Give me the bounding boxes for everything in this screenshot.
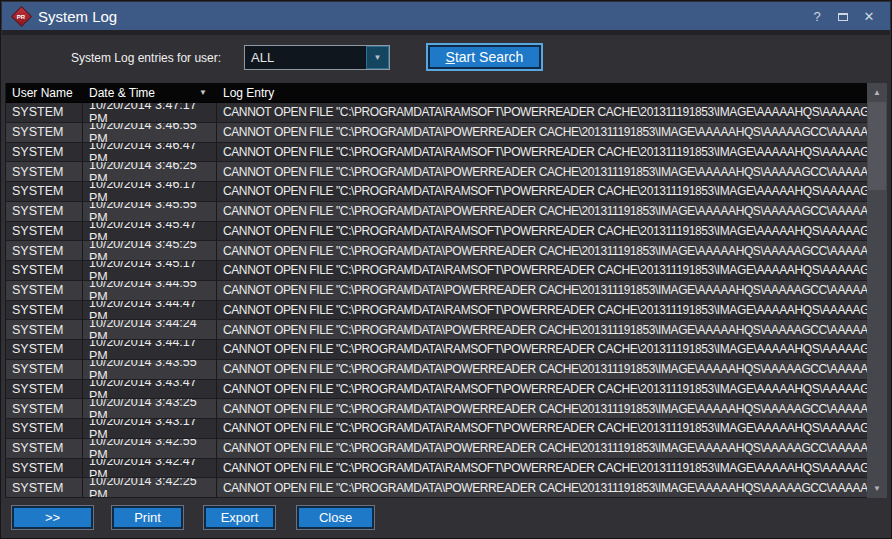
cell-datetime: 10/20/2014 3:45:47 PM [83,222,217,241]
scroll-up-button[interactable]: ▲ [867,83,887,102]
column-header-date-time-label: Date & Time [89,86,155,100]
cell-datetime: 10/20/2014 3:44:47 PM [83,301,217,320]
close-button[interactable]: ✕ [856,9,882,24]
cell-log-entry: CANNOT OPEN FILE "C:\PROGRAMDATA\RAMSOFT… [217,380,868,399]
chevron-down-icon: ▼ [374,53,382,62]
column-header-log-entry[interactable]: Log Entry [217,83,868,102]
table-row[interactable]: SYSTEM 10/20/2014 3:44:17 PM CANNOT OPEN… [6,340,868,360]
cell-log-entry: CANNOT OPEN FILE "C:\PROGRAMDATA\RAMSOFT… [217,459,868,478]
column-header-user-name-label: User Name [12,86,73,100]
log-table: User Name Date & Time ▼ Log Entry SYSTEM… [5,83,868,498]
start-search-button[interactable]: Start Search [426,43,543,71]
cell-user-name: SYSTEM [6,439,83,458]
cell-datetime: 10/20/2014 3:42:47 PM [83,459,217,478]
cell-datetime: 10/20/2014 3:43:17 PM [83,419,217,438]
user-filter-label: System Log entries for user: [71,51,221,65]
vertical-scrollbar[interactable]: ▲ ▼ [867,83,887,498]
cell-log-entry: CANNOT OPEN FILE "C:\PROGRAMDATA\POWERRE… [217,399,868,418]
user-filter-select[interactable]: ALL ▼ [244,45,390,70]
cell-log-entry: CANNOT OPEN FILE "C:\PROGRAMDATA\RAMSOFT… [217,182,868,201]
cell-log-entry: CANNOT OPEN FILE "C:\PROGRAMDATA\POWERRE… [217,360,868,379]
cell-datetime: 10/20/2014 3:43:55 PM [83,360,217,379]
close-dialog-button[interactable]: Close [296,505,375,530]
window-title: System Log [38,8,804,25]
cell-datetime: 10/20/2014 3:42:55 PM [83,439,217,458]
cell-user-name: SYSTEM [6,281,83,300]
table-row[interactable]: SYSTEM 10/20/2014 3:44:24 PM CANNOT OPEN… [6,320,868,340]
cell-user-name: SYSTEM [6,103,83,122]
cell-user-name: SYSTEM [6,123,83,142]
column-header-user-name[interactable]: User Name [6,83,83,102]
cell-log-entry: CANNOT OPEN FILE "C:\PROGRAMDATA\POWERRE… [217,439,868,458]
user-filter-value: ALL [245,50,366,65]
cell-user-name: SYSTEM [6,261,83,280]
cell-log-entry: CANNOT OPEN FILE "C:\PROGRAMDATA\POWERRE… [217,478,868,497]
table-row[interactable]: SYSTEM 10/20/2014 3:45:47 PM CANNOT OPEN… [6,222,868,242]
cell-user-name: SYSTEM [6,182,83,201]
cell-user-name: SYSTEM [6,143,83,162]
titlebar-divider [2,30,890,35]
cell-datetime: 10/20/2014 3:43:47 PM [83,380,217,399]
table-row[interactable]: SYSTEM 10/20/2014 3:43:47 PM CANNOT OPEN… [6,380,868,400]
table-row[interactable]: SYSTEM 10/20/2014 3:43:55 PM CANNOT OPEN… [6,360,868,380]
cell-log-entry: CANNOT OPEN FILE "C:\PROGRAMDATA\POWERRE… [217,281,868,300]
table-row[interactable]: SYSTEM 10/20/2014 3:46:25 PM CANNOT OPEN… [6,162,868,182]
table-row[interactable]: SYSTEM 10/20/2014 3:45:25 PM CANNOT OPEN… [6,241,868,261]
table-row[interactable]: SYSTEM 10/20/2014 3:46:17 PM CANNOT OPEN… [6,182,868,202]
cell-user-name: SYSTEM [6,380,83,399]
cell-datetime: 10/20/2014 3:45:55 PM [83,202,217,221]
cell-datetime: 10/20/2014 3:46:47 PM [83,143,217,162]
cell-datetime: 10/20/2014 3:46:17 PM [83,182,217,201]
cell-datetime: 10/20/2014 3:44:55 PM [83,281,217,300]
cell-datetime: 10/20/2014 3:44:24 PM [83,320,217,339]
table-row[interactable]: SYSTEM 10/20/2014 3:45:17 PM CANNOT OPEN… [6,261,868,281]
cell-log-entry: CANNOT OPEN FILE "C:\PROGRAMDATA\POWERRE… [217,320,868,339]
dropdown-button[interactable]: ▼ [366,46,389,69]
app-icon[interactable]: PR [11,5,32,26]
cell-datetime: 10/20/2014 3:46:55 PM [83,123,217,142]
cell-user-name: SYSTEM [6,202,83,221]
start-search-label: tart Search [455,49,523,65]
expand-button[interactable]: >> [11,505,94,530]
export-button[interactable]: Export [203,505,276,530]
app-icon-label: PR [17,13,25,19]
cell-log-entry: CANNOT OPEN FILE "C:\PROGRAMDATA\RAMSOFT… [217,143,868,162]
table-row[interactable]: SYSTEM 10/20/2014 3:44:47 PM CANNOT OPEN… [6,301,868,321]
table-row[interactable]: SYSTEM 10/20/2014 3:43:25 PM CANNOT OPEN… [6,399,868,419]
cell-log-entry: CANNOT OPEN FILE "C:\PROGRAMDATA\POWERRE… [217,241,868,260]
table-row[interactable]: SYSTEM 10/20/2014 3:42:25 PM CANNOT OPEN… [6,478,868,498]
cell-log-entry: CANNOT OPEN FILE "C:\PROGRAMDATA\POWERRE… [217,123,868,142]
system-log-window: PR System Log ? ✕ System Log entries for… [0,0,892,539]
cell-datetime: 10/20/2014 3:43:25 PM [83,399,217,418]
cell-log-entry: CANNOT OPEN FILE "C:\PROGRAMDATA\RAMSOFT… [217,261,868,280]
cell-log-entry: CANNOT OPEN FILE "C:\PROGRAMDATA\RAMSOFT… [217,103,868,122]
table-row[interactable]: SYSTEM 10/20/2014 3:45:55 PM CANNOT OPEN… [6,202,868,222]
scroll-up-icon: ▲ [873,88,881,97]
log-table-header: User Name Date & Time ▼ Log Entry [6,83,868,103]
scrollbar-thumb[interactable] [868,102,886,190]
column-header-log-entry-label: Log Entry [223,86,274,100]
column-header-date-time[interactable]: Date & Time ▼ [83,83,217,102]
cell-log-entry: CANNOT OPEN FILE "C:\PROGRAMDATA\RAMSOFT… [217,419,868,438]
table-row[interactable]: SYSTEM 10/20/2014 3:46:47 PM CANNOT OPEN… [6,143,868,163]
print-button[interactable]: Print [111,505,184,530]
cell-datetime: 10/20/2014 3:46:25 PM [83,162,217,181]
cell-datetime: 10/20/2014 3:47:17 PM [83,103,217,122]
cell-user-name: SYSTEM [6,399,83,418]
maximize-button[interactable] [830,9,856,24]
start-search-accel: S [446,49,455,65]
cell-user-name: SYSTEM [6,222,83,241]
cell-log-entry: CANNOT OPEN FILE "C:\PROGRAMDATA\POWERRE… [217,162,868,181]
table-row[interactable]: SYSTEM 10/20/2014 3:43:17 PM CANNOT OPEN… [6,419,868,439]
window-titlebar[interactable]: PR System Log ? ✕ [2,2,890,30]
table-row[interactable]: SYSTEM 10/20/2014 3:47:17 PM CANNOT OPEN… [6,103,868,123]
table-row[interactable]: SYSTEM 10/20/2014 3:42:47 PM CANNOT OPEN… [6,459,868,479]
scroll-down-button[interactable]: ▼ [867,479,887,498]
table-row[interactable]: SYSTEM 10/20/2014 3:44:55 PM CANNOT OPEN… [6,281,868,301]
help-button[interactable]: ? [804,9,830,24]
cell-user-name: SYSTEM [6,301,83,320]
cell-user-name: SYSTEM [6,241,83,260]
cell-user-name: SYSTEM [6,360,83,379]
table-row[interactable]: SYSTEM 10/20/2014 3:42:55 PM CANNOT OPEN… [6,439,868,459]
table-row[interactable]: SYSTEM 10/20/2014 3:46:55 PM CANNOT OPEN… [6,123,868,143]
